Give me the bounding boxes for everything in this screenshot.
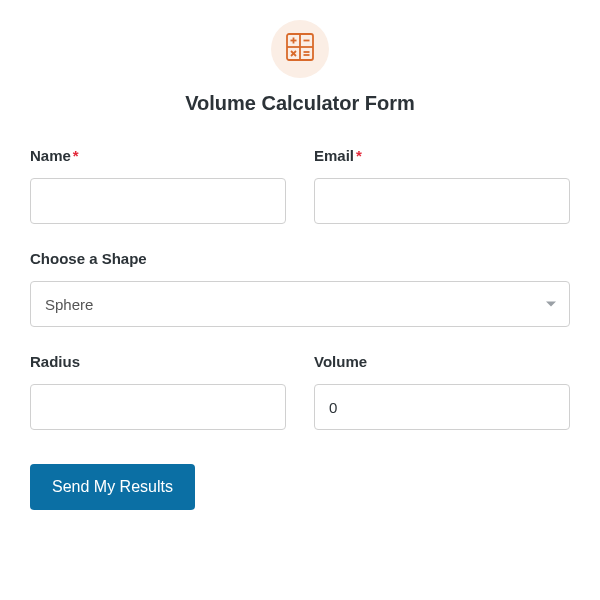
email-field-group: Email* bbox=[314, 147, 570, 224]
volume-label: Volume bbox=[314, 353, 570, 370]
radius-field-group: Radius bbox=[30, 353, 286, 430]
name-label-text: Name bbox=[30, 147, 71, 164]
email-label-text: Email bbox=[314, 147, 354, 164]
volume-input[interactable] bbox=[314, 384, 570, 430]
page-title: Volume Calculator Form bbox=[30, 92, 570, 115]
name-input[interactable] bbox=[30, 178, 286, 224]
name-field-group: Name* bbox=[30, 147, 286, 224]
name-label: Name* bbox=[30, 147, 286, 164]
shape-field-group: Choose a Shape Sphere bbox=[30, 250, 570, 327]
required-mark: * bbox=[73, 147, 79, 164]
shape-select-wrap: Sphere bbox=[30, 281, 570, 327]
shape-select[interactable]: Sphere bbox=[30, 281, 570, 327]
required-mark: * bbox=[356, 147, 362, 164]
radius-input[interactable] bbox=[30, 384, 286, 430]
volume-field-group: Volume bbox=[314, 353, 570, 430]
email-label: Email* bbox=[314, 147, 570, 164]
calculator-icon bbox=[285, 32, 315, 66]
header-icon-wrap bbox=[271, 20, 329, 78]
submit-button[interactable]: Send My Results bbox=[30, 464, 195, 510]
radius-label: Radius bbox=[30, 353, 286, 370]
email-input[interactable] bbox=[314, 178, 570, 224]
shape-label: Choose a Shape bbox=[30, 250, 570, 267]
